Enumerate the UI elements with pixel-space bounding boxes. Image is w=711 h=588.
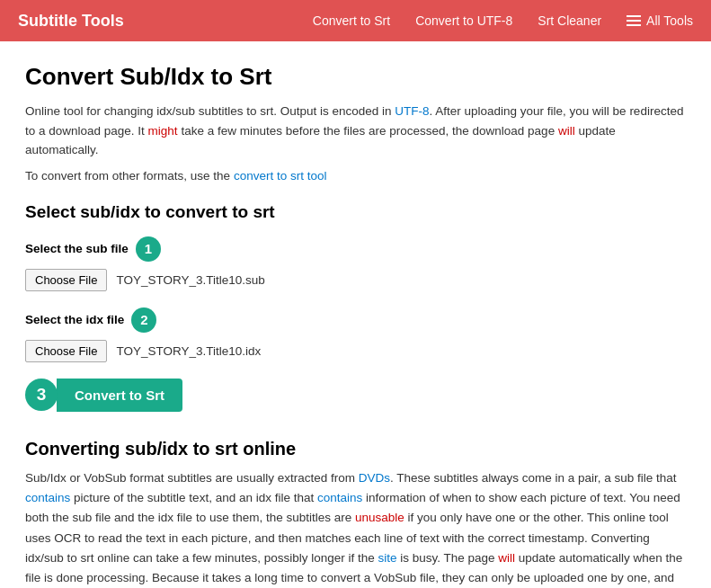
convert-link-line: To convert from other formats, use the c… (25, 169, 686, 183)
sub-file-input-row: Choose File TOY_STORY_3.Title10.sub (25, 269, 686, 291)
idx-file-label-row: Select the idx file 2 (25, 307, 686, 333)
convert-to-srt-button[interactable]: Convert to Srt (57, 379, 182, 412)
all-tools-label: All Tools (646, 13, 693, 28)
nav-srt-cleaner[interactable]: Srt Cleaner (538, 13, 601, 28)
hamburger-icon (627, 15, 641, 26)
page-description: Online tool for changing idx/sub subtitl… (25, 102, 686, 160)
section-title: Select sub/idx to convert to srt (25, 202, 686, 222)
step1-badge: 1 (136, 236, 161, 262)
step2-badge: 2 (131, 307, 156, 333)
site-brand: Subtitle Tools (18, 12, 313, 31)
idx-file-section: Select the idx file 2 Choose File TOY_ST… (25, 307, 686, 362)
convert-btn-wrapper: 3 Convert to Srt (25, 379, 182, 412)
sub-file-label-row: Select the sub file 1 (25, 236, 686, 262)
page-title: Convert Sub/Idx to Srt (25, 63, 686, 91)
choose-sub-file-button[interactable]: Choose File (25, 269, 107, 291)
lower-description: Sub/Idx or VobSub format subtitles are u… (25, 468, 686, 588)
nav-all-tools[interactable]: All Tools (627, 13, 693, 28)
convert-to-srt-link[interactable]: convert to srt tool (234, 169, 327, 183)
choose-idx-file-button[interactable]: Choose File (25, 340, 107, 362)
nav-links: Convert to Srt Convert to UTF-8 Srt Clea… (313, 13, 693, 28)
idx-file-name: TOY_STORY_3.Title10.idx (116, 344, 261, 358)
step3-badge: 3 (25, 379, 58, 411)
main-content: Convert Sub/Idx to Srt Online tool for c… (0, 41, 711, 588)
sub-file-label-text: Select the sub file (25, 242, 129, 255)
nav-convert-to-srt[interactable]: Convert to Srt (313, 13, 390, 28)
idx-file-input-row: Choose File TOY_STORY_3.Title10.idx (25, 340, 686, 362)
sub-file-name: TOY_STORY_3.Title10.sub (116, 273, 264, 287)
lower-section-title: Converting sub/idx to srt online (25, 439, 686, 459)
navigation: Subtitle Tools Convert to Srt Convert to… (0, 0, 711, 41)
nav-convert-to-utf8[interactable]: Convert to UTF-8 (415, 13, 512, 28)
convert-link-text: To convert from other formats, use the (25, 169, 230, 183)
sub-file-section: Select the sub file 1 Choose File TOY_ST… (25, 236, 686, 291)
convert-btn-row: 3 Convert to Srt (25, 379, 686, 412)
idx-file-label-text: Select the idx file (25, 313, 124, 326)
